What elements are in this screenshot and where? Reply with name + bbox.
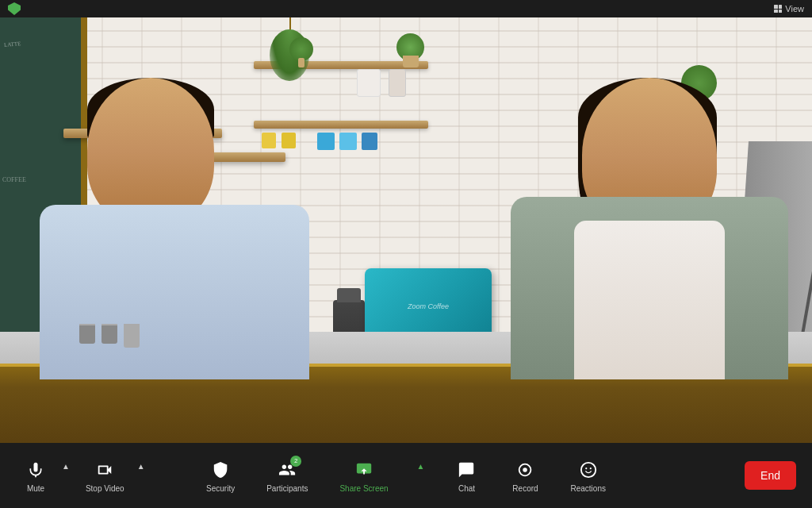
reactions-button[interactable]: Reactions bbox=[564, 454, 611, 498]
person-left-head bbox=[87, 78, 214, 225]
counter-mug-2 bbox=[102, 324, 117, 344]
plant-center bbox=[289, 37, 313, 61]
share-screen-button[interactable]: Share Screen bbox=[333, 454, 394, 498]
end-button[interactable]: End bbox=[745, 461, 796, 490]
participants-label: Participants bbox=[266, 484, 308, 493]
security-icon bbox=[209, 459, 232, 481]
person-left-body bbox=[40, 205, 309, 379]
reactions-icon bbox=[577, 459, 599, 481]
coffee-sign: COFFEE bbox=[2, 176, 26, 183]
mute-chevron[interactable]: ▲ bbox=[59, 459, 73, 474]
person-right-inner bbox=[574, 221, 725, 379]
svg-point-4 bbox=[585, 468, 587, 469]
record-button[interactable]: Record bbox=[505, 454, 545, 498]
counter-mug-3 bbox=[124, 324, 140, 348]
toolbar-left: Mute ▲ Stop Video ▲ bbox=[16, 454, 148, 498]
svg-point-3 bbox=[581, 462, 596, 476]
grid-icon bbox=[774, 5, 782, 13]
share-screen-chevron[interactable]: ▲ bbox=[414, 459, 428, 474]
shelf-item-6 bbox=[357, 69, 381, 97]
video-icon bbox=[94, 459, 116, 481]
counter-mug-1 bbox=[79, 324, 95, 344]
participants-button[interactable]: 2 Participants bbox=[260, 454, 314, 498]
shelf-item-4 bbox=[339, 133, 357, 150]
reactions-label: Reactions bbox=[570, 484, 605, 493]
share-screen-label: Share Screen bbox=[339, 484, 388, 493]
titlebar: View bbox=[0, 0, 812, 17]
counter-items bbox=[79, 324, 140, 348]
shield-icon bbox=[8, 2, 21, 15]
video-chevron[interactable]: ▲ bbox=[134, 459, 148, 474]
toolbar-center: Security 2 Participants Sha bbox=[200, 454, 612, 498]
view-button[interactable]: View bbox=[774, 4, 804, 13]
toolbar: Mute ▲ Stop Video ▲ Security bbox=[0, 443, 812, 508]
microphone-icon bbox=[25, 459, 47, 481]
share-screen-icon bbox=[353, 459, 375, 481]
record-label: Record bbox=[512, 484, 538, 493]
chat-button[interactable]: Chat bbox=[446, 454, 486, 498]
svg-point-2 bbox=[523, 468, 528, 472]
pot-right bbox=[403, 56, 419, 67]
person-right-body bbox=[511, 197, 788, 379]
mute-button[interactable]: Mute bbox=[16, 454, 56, 498]
latte-sign: LATTE bbox=[4, 40, 21, 48]
stop-video-button[interactable]: Stop Video bbox=[79, 454, 131, 498]
record-icon bbox=[514, 459, 536, 481]
shelf-item-5 bbox=[362, 133, 377, 150]
security-label: Security bbox=[206, 484, 235, 493]
participants-icon-wrapper: 2 bbox=[276, 459, 298, 481]
shelf-item-3 bbox=[317, 133, 335, 150]
shelf-item-7 bbox=[389, 69, 406, 97]
mute-label: Mute bbox=[27, 484, 44, 493]
security-button[interactable]: Security bbox=[200, 454, 241, 498]
participant-count-badge: 2 bbox=[290, 456, 301, 467]
toolbar-right: End bbox=[745, 461, 796, 490]
svg-point-5 bbox=[589, 468, 591, 469]
stop-video-label: Stop Video bbox=[86, 484, 124, 493]
person-right bbox=[511, 78, 788, 379]
chat-icon bbox=[455, 459, 477, 481]
video-area: LATTE COFFEE bbox=[0, 17, 812, 443]
chat-label: Chat bbox=[458, 484, 475, 493]
view-label: View bbox=[785, 4, 804, 13]
